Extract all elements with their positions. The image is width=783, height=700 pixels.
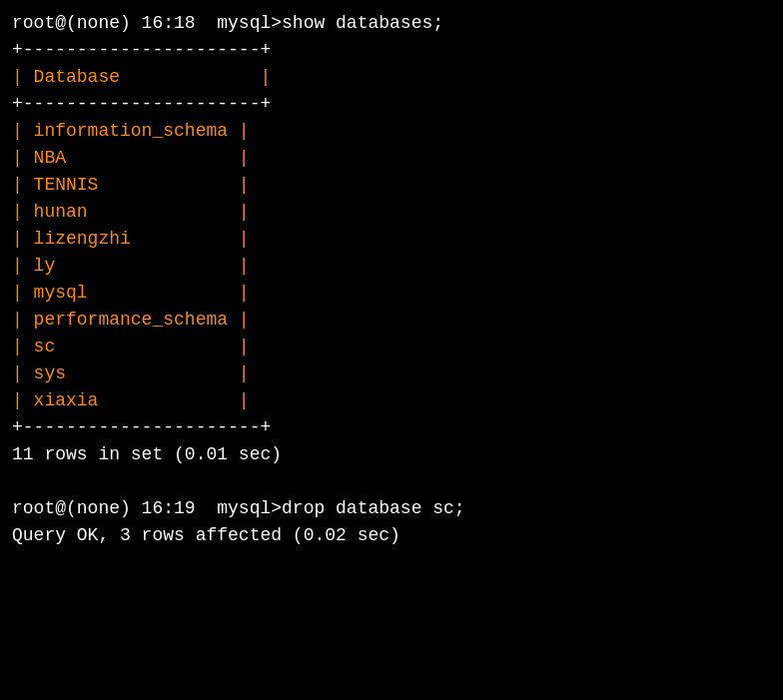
empty-line: [12, 468, 771, 495]
db-row-3: | TENNIS |: [12, 172, 771, 199]
table-border-top: +----------------------+: [12, 37, 771, 64]
db-row-1: | information_schema |: [12, 118, 771, 145]
db-row-2: | NBA |: [12, 145, 771, 172]
db-row-7: | mysql |: [12, 280, 771, 307]
terminal-window: root@(none) 16:18 mysql>show databases; …: [0, 0, 783, 700]
command-line-2: root@(none) 16:19 mysql>drop database sc…: [12, 495, 771, 522]
table-border-bottom: +----------------------+: [12, 414, 771, 441]
row-count: 11 rows in set (0.01 sec): [12, 441, 771, 468]
table-border-mid: +----------------------+: [12, 91, 771, 118]
db-row-9: | sc |: [12, 334, 771, 360]
header-text: | Database |: [12, 67, 271, 87]
db-row-5: | lizengzhi |: [12, 226, 771, 253]
query-result: Query OK, 3 rows affected (0.02 sec): [12, 522, 771, 549]
db-row-11: | xiaxia |: [12, 387, 771, 414]
db-row-4: | hunan |: [12, 199, 771, 226]
db-row-10: | sys |: [12, 360, 771, 387]
command-line-1: root@(none) 16:18 mysql>show databases;: [12, 10, 771, 37]
db-row-8: | performance_schema |: [12, 307, 771, 334]
table-header: | Database |: [12, 64, 771, 91]
db-row-6: | ly |: [12, 253, 771, 280]
